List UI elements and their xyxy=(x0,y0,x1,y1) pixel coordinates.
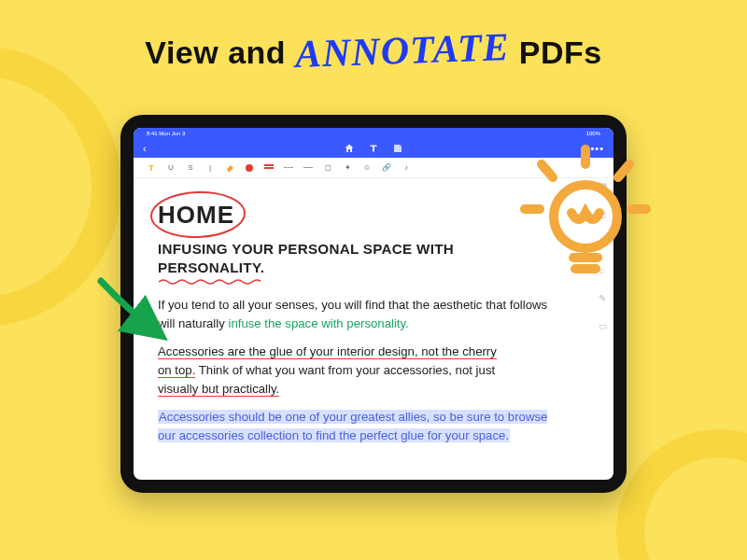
paragraph-1: If you tend to all your senses, you will… xyxy=(158,296,561,333)
paragraph-3: Accessories should be one of your greate… xyxy=(158,408,561,445)
page-headline: View and ANNOTATE PDFs xyxy=(0,28,747,73)
eraser-tool[interactable] xyxy=(225,163,234,173)
line-tool[interactable] xyxy=(303,163,313,173)
status-time: 8:41 Mon Jun 3 xyxy=(147,131,185,136)
status-bar: 8:41 Mon Jun 3 100% xyxy=(134,128,613,139)
p2-line2a: on top. xyxy=(158,363,195,378)
svg-line-1 xyxy=(542,164,553,177)
person-tool[interactable]: ☺ xyxy=(362,163,372,173)
dashed-tool[interactable] xyxy=(284,163,293,173)
p2-line3: visually but practically. xyxy=(158,382,279,397)
pen-color-red[interactable] xyxy=(245,163,254,173)
strike-tool[interactable]: S xyxy=(186,163,195,173)
headline-post: PDFs xyxy=(510,35,602,70)
circle-annotation xyxy=(149,189,247,239)
highlight-tool[interactable]: T xyxy=(147,163,156,173)
p2-line1: Accessories are the glue of your interio… xyxy=(158,344,497,359)
link-tool[interactable]: 🔗 xyxy=(382,163,391,173)
p1-green: infuse the space with personality. xyxy=(229,316,409,330)
stamp-tool[interactable]: ✦ xyxy=(343,163,352,173)
pen-lines-tool[interactable] xyxy=(264,163,274,173)
page-icon[interactable]: ▭ xyxy=(597,320,608,331)
doc-subhead: INFUSING YOUR PERSONAL SPACE WITH PERSON… xyxy=(158,240,561,277)
shape-tool[interactable]: ◻ xyxy=(323,163,332,173)
audio-tool[interactable]: ♪ xyxy=(402,163,411,173)
note-icon[interactable] xyxy=(392,143,403,154)
bg-circle-right xyxy=(616,429,747,560)
doc-title-wrap: HOME xyxy=(158,197,234,234)
p2-line2b: Think of what you want from your accesso… xyxy=(195,363,495,377)
lightbulb-icon xyxy=(515,144,655,284)
p3-highlight: Accessories should be one of your greate… xyxy=(158,410,547,442)
annotation-arrow xyxy=(93,273,187,348)
divider-icon: | xyxy=(205,163,215,173)
underline-tool[interactable]: U xyxy=(166,163,176,173)
edit-icon[interactable]: ✎ xyxy=(597,292,608,303)
headline-hand: ANNOTATE xyxy=(294,24,510,77)
home-icon[interactable] xyxy=(344,143,355,154)
back-button[interactable]: ‹ xyxy=(143,144,147,154)
text-tool-icon[interactable] xyxy=(368,143,379,154)
headline-pre: View and xyxy=(145,35,295,70)
svg-line-2 xyxy=(618,164,629,177)
paragraph-2: Accessories are the glue of your interio… xyxy=(158,343,561,399)
subhead-line1: INFUSING YOUR PERSONAL SPACE WITH xyxy=(158,241,454,257)
status-wifi: 100% xyxy=(586,131,600,136)
